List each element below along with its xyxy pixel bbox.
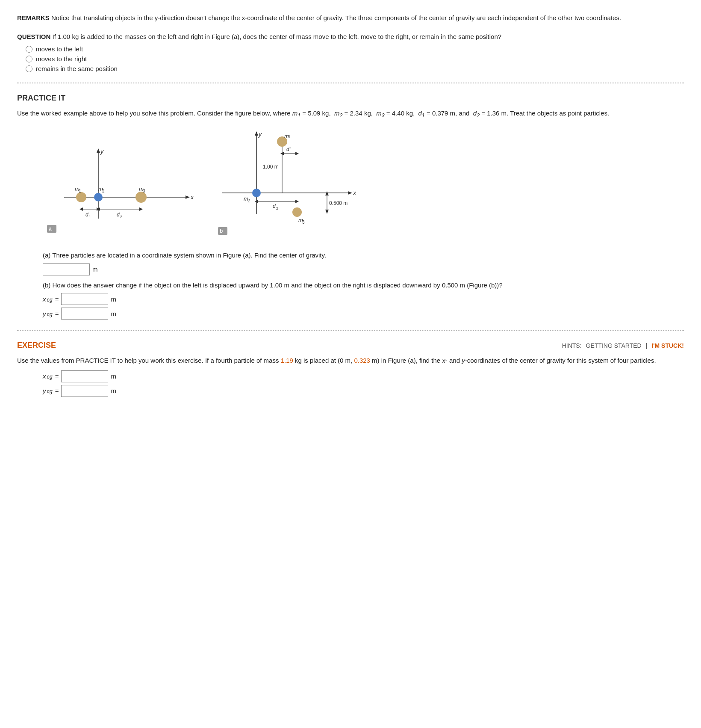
- svg-text:2: 2: [276, 206, 278, 210]
- question-section: QUESTION If 1.00 kg is added to the mass…: [17, 32, 684, 72]
- hints-bar: HINTS: GETTING STARTED | I'M STUCK!: [562, 342, 684, 349]
- part-b-xcg-input[interactable]: [61, 293, 108, 305]
- svg-text:1: 1: [79, 189, 81, 193]
- radio-label-left: moves to the left: [36, 45, 83, 53]
- svg-marker-39: [295, 152, 299, 155]
- svg-text:3: 3: [143, 189, 145, 193]
- divider-2: [17, 330, 684, 331]
- im-stuck-link[interactable]: I'M STUCK!: [651, 342, 684, 349]
- svg-text:2: 2: [247, 198, 250, 203]
- question-text: QUESTION If 1.00 kg is added to the mass…: [17, 32, 684, 42]
- svg-text:d: d: [117, 212, 120, 218]
- exercise-ycg-label: ycg: [43, 387, 53, 394]
- mass-highlight: 1.19: [281, 357, 293, 364]
- exercise-xcg-label: xcg: [43, 373, 53, 380]
- eq-m1: m1: [292, 109, 300, 117]
- svg-text:3: 3: [302, 220, 305, 225]
- exercise-equals-y: =: [55, 387, 59, 394]
- svg-marker-48: [295, 200, 299, 203]
- remarks-section: REMARKS Notice that translating objects …: [17, 13, 684, 23]
- svg-marker-16: [80, 207, 83, 211]
- radio-label-remains: remains in the same position: [36, 65, 118, 72]
- part-a-question: (a) Three particles are located in a coo…: [43, 250, 684, 261]
- remarks-text: REMARKS Notice that translating objects …: [17, 13, 684, 23]
- figure-b-svg: y x m 1 1.00 m d 1: [214, 129, 359, 240]
- figure-a: y x m 1 m 2 m 3: [43, 146, 197, 241]
- svg-text:2: 2: [102, 189, 105, 193]
- practice-it-desc: Use the worked example above to help you…: [17, 108, 684, 120]
- svg-marker-28: [255, 131, 258, 136]
- coord-highlight: 0.323: [354, 357, 370, 364]
- separator: |: [646, 342, 648, 349]
- svg-marker-1: [97, 148, 100, 153]
- remarks-body: Notice that translating objects in the y…: [51, 14, 621, 21]
- svg-text:y: y: [258, 131, 262, 138]
- svg-text:d: d: [273, 203, 276, 209]
- figures-row: y x m 1 m 2 m 3: [43, 129, 684, 241]
- exercise-title: EXERCISE: [17, 341, 56, 350]
- part-b-ycg-unit: m: [111, 310, 116, 317]
- exercise-ycg-unit: m: [111, 387, 116, 394]
- part-b-xcg-unit: m: [111, 296, 116, 303]
- practice-it-title: PRACTICE IT: [17, 94, 684, 103]
- figure-b: y x m 1 1.00 m d 1: [214, 129, 359, 241]
- svg-text:x: x: [190, 194, 194, 201]
- svg-marker-52: [325, 191, 329, 195]
- svg-text:1: 1: [89, 215, 91, 219]
- svg-point-9: [94, 193, 103, 201]
- exercise-equals-x: =: [55, 373, 59, 380]
- exercise-xcg-input[interactable]: [61, 370, 108, 382]
- radio-remains[interactable]: remains in the same position: [26, 65, 684, 72]
- radio-moves-right[interactable]: moves to the right: [26, 55, 684, 62]
- part-b-equals-x: =: [55, 296, 59, 303]
- svg-marker-22: [139, 207, 143, 211]
- exercise-xcg-unit: m: [111, 373, 116, 380]
- svg-text:d: d: [286, 146, 289, 152]
- radio-input-right[interactable]: [26, 56, 32, 62]
- question-label: QUESTION: [17, 33, 50, 40]
- svg-marker-53: [325, 210, 329, 214]
- svg-text:2: 2: [120, 215, 122, 219]
- svg-marker-4: [186, 195, 190, 199]
- svg-text:a: a: [49, 226, 52, 232]
- svg-text:1: 1: [288, 134, 291, 139]
- svg-point-6: [76, 192, 86, 202]
- svg-point-43: [252, 189, 261, 197]
- svg-text:y: y: [100, 148, 104, 155]
- radio-moves-left[interactable]: moves to the left: [26, 45, 684, 53]
- part-b-equals-y: =: [55, 310, 59, 317]
- exercise-desc: Use the values from PRACTICE IT to help …: [17, 355, 684, 366]
- part-b-xcg-row: xcg = m: [43, 293, 684, 305]
- part-b-xcg-label: xcg: [43, 296, 53, 303]
- part-a-input[interactable]: [43, 263, 90, 275]
- part-b-question: (b) How does the answer change if the ob…: [43, 280, 684, 291]
- getting-started-link[interactable]: GETTING STARTED: [586, 342, 642, 349]
- divider-1: [17, 83, 684, 83]
- practice-it-section: PRACTICE IT Use the worked example above…: [17, 94, 684, 320]
- part-b-ycg-row: ycg = m: [43, 308, 684, 320]
- part-b-ycg-input[interactable]: [61, 308, 108, 320]
- svg-text:d: d: [85, 212, 88, 218]
- svg-text:b: b: [220, 228, 223, 234]
- part-a-input-row: m: [43, 263, 684, 275]
- svg-point-55: [292, 207, 302, 217]
- svg-text:1.00 m: 1.00 m: [263, 164, 279, 170]
- svg-text:1: 1: [290, 146, 292, 150]
- svg-text:x: x: [353, 189, 356, 196]
- part-a-unit: m: [92, 266, 98, 273]
- eq-m3: m3: [376, 109, 384, 117]
- figure-a-svg: y x m 1 m 2 m 3: [43, 146, 197, 240]
- remarks-label: REMARKS: [17, 14, 50, 21]
- radio-input-left[interactable]: [26, 46, 32, 53]
- svg-marker-31: [348, 191, 352, 195]
- eq-d1: d1: [418, 109, 425, 117]
- exercise-xcg-row: xcg = m: [43, 370, 684, 382]
- exercise-section: EXERCISE HINTS: GETTING STARTED | I'M ST…: [17, 341, 684, 397]
- svg-text:0.500 m: 0.500 m: [329, 200, 348, 206]
- hints-label: HINTS:: [562, 342, 582, 349]
- eq-m2: m2: [334, 109, 342, 117]
- radio-input-remains[interactable]: [26, 65, 32, 72]
- exercise-ycg-row: ycg = m: [43, 385, 684, 397]
- exercise-ycg-input[interactable]: [61, 385, 108, 397]
- exercise-header: EXERCISE HINTS: GETTING STARTED | I'M ST…: [17, 341, 684, 350]
